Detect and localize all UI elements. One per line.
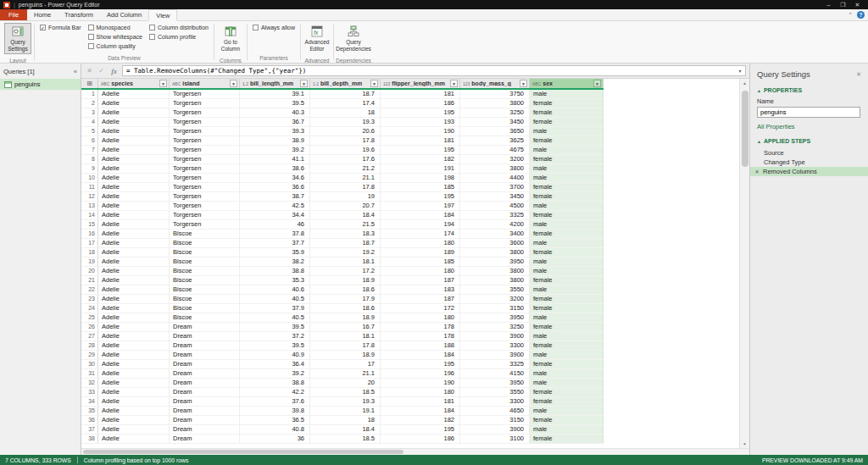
applied-step-source[interactable]: Source bbox=[750, 148, 868, 158]
cell-flipper-length-mm[interactable]: 178 bbox=[381, 323, 460, 331]
cell-sex[interactable]: female bbox=[530, 276, 604, 285]
cell-bill-length-mm[interactable]: 40.6 bbox=[240, 285, 310, 294]
cell-sex[interactable]: male bbox=[530, 239, 604, 247]
cell-bill-length-mm[interactable]: 38.8 bbox=[240, 267, 310, 275]
cell-species[interactable]: Adelie bbox=[98, 155, 170, 163]
cell-bill-depth-mm[interactable]: 18 bbox=[310, 108, 381, 117]
column-header-sex[interactable]: ABCsex▾ bbox=[530, 79, 604, 88]
cell-body-mass-g[interactable]: 3200 bbox=[460, 155, 530, 163]
row-number[interactable]: 12 bbox=[81, 192, 98, 201]
row-number[interactable]: 28 bbox=[81, 341, 98, 350]
cell-bill-depth-mm[interactable]: 18.4 bbox=[310, 211, 381, 219]
cell-island[interactable]: Torgersen bbox=[170, 183, 240, 191]
cell-flipper-length-mm[interactable]: 178 bbox=[381, 332, 460, 340]
row-number[interactable]: 17 bbox=[81, 239, 98, 247]
cell-bill-length-mm[interactable]: 42.5 bbox=[240, 202, 310, 210]
cell-species[interactable]: Adelie bbox=[98, 285, 170, 294]
cell-island[interactable]: Dream bbox=[170, 351, 240, 359]
cell-sex[interactable]: male bbox=[530, 407, 604, 415]
row-number[interactable]: 10 bbox=[81, 174, 98, 182]
cell-species[interactable]: Adelie bbox=[98, 425, 170, 434]
cell-bill-length-mm[interactable]: 38.7 bbox=[240, 192, 310, 201]
cell-species[interactable]: Adelie bbox=[98, 164, 170, 173]
properties-section-header[interactable]: ▲ PROPERTIES bbox=[750, 83, 868, 96]
cell-sex[interactable]: male bbox=[530, 174, 604, 182]
cell-flipper-length-mm[interactable]: 172 bbox=[381, 304, 460, 313]
cell-island[interactable]: Torgersen bbox=[170, 220, 240, 229]
cell-bill-length-mm[interactable]: 39.5 bbox=[240, 341, 310, 350]
tab-add-column[interactable]: Add Column bbox=[100, 9, 148, 20]
cell-body-mass-g[interactable]: 3900 bbox=[460, 425, 530, 434]
cell-species[interactable]: Adelie bbox=[98, 220, 170, 229]
cell-sex[interactable]: female bbox=[530, 230, 604, 238]
cell-sex[interactable]: male bbox=[530, 257, 604, 266]
formula-accept-icon[interactable]: ✓ bbox=[97, 67, 106, 75]
cell-sex[interactable]: female bbox=[530, 388, 604, 396]
cell-island[interactable]: Dream bbox=[170, 379, 240, 387]
cell-bill-length-mm[interactable]: 40.5 bbox=[240, 313, 310, 322]
column-header-species[interactable]: ABCspecies▾ bbox=[98, 79, 170, 88]
cell-bill-length-mm[interactable]: 39.8 bbox=[240, 407, 310, 415]
monospaced-checkbox[interactable]: Monospaced bbox=[86, 23, 145, 32]
row-number[interactable]: 32 bbox=[81, 379, 98, 387]
cell-flipper-length-mm[interactable]: 193 bbox=[381, 118, 460, 126]
cell-bill-length-mm[interactable]: 39.3 bbox=[240, 127, 310, 136]
row-number[interactable]: 29 bbox=[81, 351, 98, 359]
row-number[interactable]: 27 bbox=[81, 332, 98, 340]
cell-bill-length-mm[interactable]: 36.7 bbox=[240, 118, 310, 126]
scroll-down-icon[interactable]: ▼ bbox=[743, 440, 747, 448]
cell-island[interactable]: Biscoe bbox=[170, 295, 240, 303]
cell-bill-depth-mm[interactable]: 18.9 bbox=[310, 313, 381, 322]
cell-species[interactable]: Adelie bbox=[98, 295, 170, 303]
cell-body-mass-g[interactable]: 3900 bbox=[460, 332, 530, 340]
cell-bill-depth-mm[interactable]: 21.1 bbox=[310, 369, 381, 378]
row-number[interactable]: 1 bbox=[81, 90, 98, 98]
cell-bill-depth-mm[interactable]: 17.9 bbox=[310, 295, 381, 303]
cell-body-mass-g[interactable]: 3250 bbox=[460, 323, 530, 331]
cell-body-mass-g[interactable]: 4150 bbox=[460, 369, 530, 378]
cell-island[interactable]: Dream bbox=[170, 369, 240, 378]
cell-body-mass-g[interactable]: 3950 bbox=[460, 257, 530, 266]
row-number[interactable]: 38 bbox=[81, 435, 98, 443]
row-number[interactable]: 7 bbox=[81, 146, 98, 154]
cell-body-mass-g[interactable]: 3900 bbox=[460, 351, 530, 359]
collapse-pane-icon[interactable]: « bbox=[74, 68, 77, 75]
cell-island[interactable]: Dream bbox=[170, 435, 240, 443]
cell-species[interactable]: Adelie bbox=[98, 108, 170, 117]
cell-species[interactable]: Adelie bbox=[98, 379, 170, 387]
cell-sex[interactable]: male bbox=[530, 146, 604, 154]
cell-flipper-length-mm[interactable]: 186 bbox=[381, 99, 460, 108]
filter-button[interactable]: ▾ bbox=[593, 80, 601, 87]
cell-island[interactable]: Torgersen bbox=[170, 202, 240, 210]
cell-bill-depth-mm[interactable]: 18 bbox=[310, 416, 381, 424]
cell-flipper-length-mm[interactable]: 187 bbox=[381, 295, 460, 303]
cell-bill-length-mm[interactable]: 36.4 bbox=[240, 360, 310, 368]
cell-bill-length-mm[interactable]: 40.8 bbox=[240, 425, 310, 434]
cell-bill-depth-mm[interactable]: 19.6 bbox=[310, 146, 381, 154]
cell-island[interactable]: Dream bbox=[170, 416, 240, 424]
cell-flipper-length-mm[interactable]: 185 bbox=[381, 183, 460, 191]
cell-sex[interactable]: female bbox=[530, 136, 604, 145]
row-number[interactable]: 14 bbox=[81, 211, 98, 219]
cell-body-mass-g[interactable]: 3450 bbox=[460, 192, 530, 201]
cell-bill-depth-mm[interactable]: 19.2 bbox=[310, 248, 381, 257]
cell-bill-length-mm[interactable]: 37.9 bbox=[240, 304, 310, 313]
cell-bill-length-mm[interactable]: 42.2 bbox=[240, 388, 310, 396]
cell-bill-depth-mm[interactable]: 18.5 bbox=[310, 388, 381, 396]
cell-island[interactable]: Dream bbox=[170, 407, 240, 415]
cell-species[interactable]: Adelie bbox=[98, 304, 170, 313]
row-number[interactable]: 13 bbox=[81, 202, 98, 210]
cell-bill-depth-mm[interactable]: 21.2 bbox=[310, 164, 381, 173]
cell-bill-depth-mm[interactable]: 21.5 bbox=[310, 220, 381, 229]
cell-sex[interactable]: male bbox=[530, 164, 604, 173]
cell-flipper-length-mm[interactable]: 182 bbox=[381, 155, 460, 163]
row-number[interactable]: 15 bbox=[81, 220, 98, 229]
cell-sex[interactable]: female bbox=[530, 416, 604, 424]
cell-species[interactable]: Adelie bbox=[98, 211, 170, 219]
go-to-column-button[interactable]: Go to Column bbox=[217, 23, 244, 54]
cell-bill-depth-mm[interactable]: 18.1 bbox=[310, 332, 381, 340]
cell-body-mass-g[interactable]: 3325 bbox=[460, 360, 530, 368]
cell-island[interactable]: Dream bbox=[170, 425, 240, 434]
cell-bill-length-mm[interactable]: 37.6 bbox=[240, 397, 310, 406]
filter-button[interactable]: ▾ bbox=[230, 80, 237, 87]
